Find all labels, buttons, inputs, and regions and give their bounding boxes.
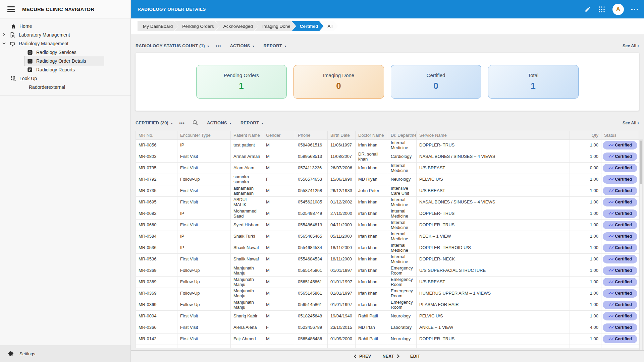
sidebar-item-look-up[interactable]: Look Up	[0, 74, 130, 83]
overflow-menu-icon[interactable]	[631, 9, 638, 10]
table-actions-button[interactable]: ACTIONS▼	[207, 120, 232, 125]
table-row[interactable]: MR-0803First VisitArman ArmanM0589568513…	[136, 151, 639, 163]
table-row[interactable]: MR-0792Follow-Upsumaira sumairaF05565746…	[136, 174, 639, 185]
table-row[interactable]: MR-0660First VisitSyed HishamM0554864813…	[136, 220, 639, 231]
column-header-mr-no-[interactable]: MR No.	[136, 131, 177, 140]
table-row[interactable]: MR-0735First Visitalthamash althamashM05…	[136, 185, 639, 197]
column-header-gender[interactable]: Gender	[263, 131, 295, 140]
status-badge[interactable]: ✓✓Certified	[603, 153, 637, 161]
app-grid-icon[interactable]	[598, 6, 605, 13]
scrollbar-thumb[interactable]	[640, 140, 642, 184]
table-row[interactable]: MR-0536IPShaiik NawafM055468453418/11/20…	[136, 242, 639, 254]
sidebar-item-home[interactable]: Home	[0, 22, 130, 31]
status-badge[interactable]: ✓✓Certified	[603, 255, 637, 263]
sidebar-item-radiology-reports[interactable]: Radiology Reports	[0, 65, 130, 74]
status-badge[interactable]: ✓✓Certified	[603, 301, 637, 309]
sidebar-item-radiology-services[interactable]: Radiology Services	[0, 48, 130, 57]
status-report-button[interactable]: REPORT▼	[264, 43, 287, 48]
status-badge[interactable]: ✓✓Certified	[603, 323, 637, 332]
cell: MD Irfan	[356, 322, 388, 334]
table-row[interactable]: MR-0142First VisitFajr AhmedM05654864860…	[136, 334, 639, 345]
user-avatar[interactable]: A	[612, 4, 624, 15]
table-report-button[interactable]: REPORT▼	[240, 120, 264, 125]
column-header-phone[interactable]: Phone	[295, 131, 328, 140]
sidebar-item-radorderexternal[interactable]: Radorderexternal	[0, 83, 130, 92]
status-badge[interactable]: ✓✓Certified	[603, 266, 637, 275]
cell: 0545621085	[295, 197, 328, 208]
status-badge[interactable]: ✓✓Certified	[603, 187, 637, 195]
status-badge[interactable]: ✓✓Certified	[603, 278, 637, 286]
column-header-service-name[interactable]: Service Name	[417, 131, 570, 140]
gear-icon[interactable]	[8, 351, 14, 357]
tab-acknowledged[interactable]: Acknowledged	[215, 21, 258, 31]
table-row[interactable]: MR-0856IPtest patientM058496151611/06/19…	[136, 140, 639, 151]
appbar-actions: A	[585, 4, 638, 15]
chevron-down-icon[interactable]	[2, 41, 7, 46]
status-badge[interactable]: ✓✓Certified	[603, 289, 637, 298]
sidebar-item-radiology-management[interactable]: Radiology Management	[0, 39, 130, 48]
table-row[interactable]: MR-0366First VisitAlena AlenaF0523456789…	[136, 322, 639, 334]
status-badge[interactable]: ✓✓Certified	[603, 209, 637, 218]
tab-imaging-done[interactable]: Imaging Done	[254, 21, 296, 31]
status-badge[interactable]: ✓✓Certified	[603, 221, 637, 229]
cell: MR-0682	[136, 208, 177, 220]
sidebar-item-radiology-order-details[interactable]: Radiology Order Details	[0, 57, 130, 65]
cell: 0518245648	[295, 311, 328, 322]
prev-button[interactable]: PREV	[355, 354, 371, 359]
table-row[interactable]: MR-0536First VisitShaiik NawafM055468453…	[136, 254, 639, 265]
sidebar-item-laboratory-management[interactable]: Laboratory Management	[0, 31, 130, 39]
table-row[interactable]: MR-0004First VisitShariq KabirM051824564…	[136, 311, 639, 322]
tab-certified[interactable]: Certified	[292, 21, 324, 31]
double-check-icon: ✓✓	[608, 155, 613, 159]
status-card-certified[interactable]: Certified0	[391, 65, 481, 99]
table-row[interactable]: MR-0584IPShaik TurkiM056546546505/11/200…	[136, 231, 639, 242]
table-row[interactable]: MR-0369Follow-UpManjunath ManjuM05651458…	[136, 277, 639, 288]
status-badge[interactable]: ✓✓Certified	[603, 244, 637, 252]
table-section-title[interactable]: CERTIFIED (20)▼	[136, 120, 173, 125]
status-cell: ✓✓Certified	[601, 185, 639, 197]
column-header-doctor-name[interactable]: Doctor Name	[356, 131, 388, 140]
status-badge[interactable]: ✓✓Certified	[603, 175, 637, 184]
status-badge[interactable]: ✓✓Certified	[603, 198, 637, 206]
tab-pending-orders[interactable]: Pending Orders	[174, 21, 219, 31]
status-cell: ✓✓Certified	[601, 265, 639, 277]
status-card-imaging-done[interactable]: Imaging Done0	[293, 65, 384, 99]
edit-button[interactable]: EDIT	[410, 354, 420, 359]
column-header-encounter-type[interactable]: Encounter Type	[177, 131, 231, 140]
status-badge[interactable]: ✓✓Certified	[603, 141, 637, 149]
search-icon[interactable]	[192, 120, 198, 126]
table-row[interactable]: MR-0369Follow-UpManjunath ManjuM05651458…	[136, 265, 639, 277]
table-scrollbar[interactable]	[639, 139, 643, 350]
hamburger-menu-icon[interactable]	[7, 6, 15, 12]
tab-my-dashboard[interactable]: My DashBoard	[138, 21, 178, 31]
column-header-birth-date[interactable]: Birth Date	[328, 131, 356, 140]
table-row[interactable]: MR-0369Follow-UpManjunath ManjuM05651458…	[136, 299, 639, 311]
pencil-edit-icon[interactable]	[585, 6, 591, 12]
double-check-icon: ✓✓	[608, 246, 613, 250]
status-card-pending-orders[interactable]: Pending Orders1	[196, 65, 287, 99]
column-header-dr-department[interactable]: Dr. Department	[388, 131, 417, 140]
column-header-status[interactable]: Status	[601, 131, 639, 140]
settings-label[interactable]: Settings	[19, 351, 35, 356]
table-more-button[interactable]: •••	[179, 120, 185, 125]
status-badge[interactable]: ✓✓Certified	[603, 335, 637, 343]
status-badge[interactable]: ✓✓Certified	[603, 312, 637, 320]
column-header-qty[interactable]: Qty	[570, 131, 601, 140]
status-section-title[interactable]: RADIOLOGY STATUS COUNT (1)▼	[136, 43, 210, 48]
status-actions-button[interactable]: ACTIONS▼	[230, 43, 255, 48]
status-card-total[interactable]: Total1	[488, 65, 579, 99]
status-more-button[interactable]: •••	[216, 43, 221, 48]
chevron-right-icon[interactable]	[2, 32, 7, 38]
status-badge[interactable]: ✓✓Certified	[603, 232, 637, 241]
status-see-all-link[interactable]: See All›	[623, 43, 639, 48]
column-header-patient-name[interactable]: Patient Name	[231, 131, 263, 140]
table-row[interactable]: MR-0682IPMohammed SaadM052549874927/10/2…	[136, 208, 639, 220]
table-row[interactable]: MR-0369Follow-UpManjunath ManjuM05651458…	[136, 288, 639, 299]
table-row[interactable]: MR-0795First VisitAlam AlamM057411323626…	[136, 163, 639, 174]
cell: NASAL BONES / SINUSES – 4 VIEWS	[417, 197, 570, 208]
sidebar: MECURE CLINIC NAVIGATOR HomeLaboratory M…	[0, 0, 131, 362]
table-see-all-link[interactable]: See All›	[623, 120, 639, 125]
status-badge[interactable]: ✓✓Certified	[603, 164, 637, 172]
table-row[interactable]: MR-0695First VisitABDUL MALIKM0545621085…	[136, 197, 639, 208]
next-button[interactable]: NEXT	[383, 354, 399, 359]
